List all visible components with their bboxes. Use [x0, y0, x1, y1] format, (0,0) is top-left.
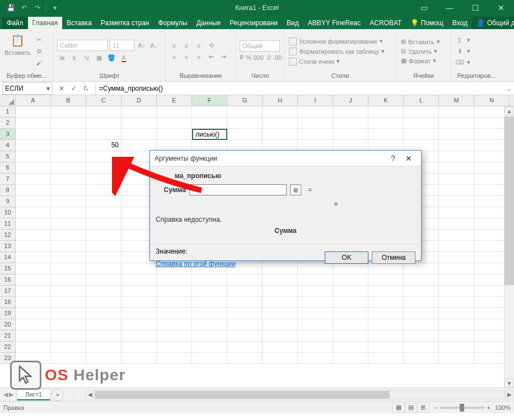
- cell[interactable]: [192, 297, 227, 308]
- cell[interactable]: [51, 162, 86, 174]
- copy-icon[interactable]: ⧉: [34, 46, 44, 57]
- cell[interactable]: [122, 342, 157, 353]
- cell[interactable]: [439, 174, 474, 185]
- align-bottom-icon[interactable]: ≡: [194, 41, 204, 51]
- cell[interactable]: [404, 140, 439, 151]
- tab-view[interactable]: Вид: [282, 17, 303, 29]
- add-sheet-button[interactable]: +: [52, 389, 64, 401]
- cell[interactable]: [439, 162, 474, 174]
- cell[interactable]: [86, 274, 122, 286]
- cell[interactable]: [333, 342, 368, 353]
- bold-button[interactable]: Ж: [57, 53, 67, 63]
- cell[interactable]: [86, 342, 122, 353]
- font-color-icon[interactable]: A: [119, 53, 129, 63]
- signin-link[interactable]: Вход: [448, 17, 472, 29]
- insert-function-icon[interactable]: fₓ: [81, 83, 92, 94]
- row-header[interactable]: 1: [0, 106, 16, 118]
- cell[interactable]: [404, 342, 439, 353]
- cell[interactable]: [86, 174, 122, 185]
- cell[interactable]: [16, 185, 51, 196]
- cell[interactable]: [86, 196, 122, 207]
- font-name-combo[interactable]: Calibri: [57, 40, 108, 51]
- cell[interactable]: [157, 353, 192, 364]
- tab-tell-me[interactable]: 💡 Помощ: [406, 17, 447, 29]
- cell[interactable]: [263, 308, 298, 319]
- row-header[interactable]: 12: [0, 230, 16, 241]
- cell[interactable]: [298, 118, 333, 129]
- currency-icon[interactable]: ₽: [240, 53, 244, 63]
- cell[interactable]: [122, 308, 157, 319]
- tab-file[interactable]: Файл: [2, 17, 28, 29]
- cell[interactable]: [51, 207, 86, 218]
- cell[interactable]: [86, 129, 122, 140]
- row-header[interactable]: 11: [0, 218, 16, 230]
- ok-button[interactable]: OK: [325, 251, 368, 264]
- cell[interactable]: [333, 140, 368, 151]
- cell[interactable]: 50: [86, 140, 122, 151]
- cell[interactable]: [16, 151, 51, 162]
- column-header[interactable]: M: [439, 95, 474, 106]
- column-header[interactable]: G: [227, 95, 263, 106]
- cell[interactable]: [122, 353, 157, 364]
- vscroll-thumb[interactable]: [504, 116, 514, 285]
- function-help-link[interactable]: Справка по этой функции: [156, 260, 236, 268]
- column-header[interactable]: L: [404, 95, 439, 106]
- cell[interactable]: [16, 308, 51, 319]
- tab-data[interactable]: Данные: [192, 17, 225, 29]
- cell[interactable]: [86, 218, 122, 230]
- cell[interactable]: [333, 274, 368, 286]
- cell[interactable]: [51, 308, 86, 319]
- cell[interactable]: [263, 274, 298, 286]
- cell[interactable]: [227, 106, 263, 118]
- ribbon-options-icon[interactable]: ▭: [411, 0, 437, 16]
- cell[interactable]: [227, 319, 263, 330]
- row-header[interactable]: 4: [0, 140, 16, 151]
- expand-formula-bar-icon[interactable]: ⌄: [504, 85, 514, 92]
- cell[interactable]: [192, 342, 227, 353]
- row-header[interactable]: 2: [0, 118, 16, 129]
- cell[interactable]: [333, 286, 368, 297]
- undo-icon[interactable]: ↶: [18, 2, 30, 14]
- cell[interactable]: [51, 286, 86, 297]
- cell[interactable]: [439, 286, 474, 297]
- cell[interactable]: [298, 274, 333, 286]
- cell[interactable]: [157, 342, 192, 353]
- row-header[interactable]: 21: [0, 330, 16, 342]
- cell[interactable]: [157, 106, 192, 118]
- cell[interactable]: [86, 297, 122, 308]
- cell[interactable]: [16, 207, 51, 218]
- cell[interactable]: [333, 308, 368, 319]
- cell[interactable]: [51, 230, 86, 241]
- cell[interactable]: [86, 353, 122, 364]
- formula-input[interactable]: =Сумма_прописью(): [95, 82, 504, 95]
- cell[interactable]: [157, 297, 192, 308]
- cell[interactable]: [122, 330, 157, 342]
- cell[interactable]: [16, 297, 51, 308]
- cell[interactable]: [51, 196, 86, 207]
- close-button[interactable]: ✕: [488, 0, 514, 16]
- cell[interactable]: [157, 330, 192, 342]
- cell[interactable]: [16, 330, 51, 342]
- cell[interactable]: [16, 218, 51, 230]
- minimize-button[interactable]: —: [437, 0, 462, 16]
- row-header[interactable]: 20: [0, 319, 16, 330]
- cell[interactable]: [86, 330, 122, 342]
- cell[interactable]: [16, 106, 51, 118]
- indent-dec-icon[interactable]: ⇤: [206, 52, 216, 62]
- cell[interactable]: [192, 286, 227, 297]
- cell[interactable]: [263, 319, 298, 330]
- conditional-formatting-button[interactable]: Условное форматирование ▾: [288, 37, 392, 46]
- sheet-nav-next-icon[interactable]: ▶: [9, 391, 13, 398]
- row-header[interactable]: 23: [0, 353, 16, 364]
- inc-decimal-icon[interactable]: .0: [266, 53, 271, 63]
- column-header[interactable]: I: [298, 95, 333, 106]
- row-header[interactable]: 10: [0, 207, 16, 218]
- cell[interactable]: [333, 297, 368, 308]
- cell[interactable]: [192, 106, 227, 118]
- cell[interactable]: [86, 241, 122, 252]
- cell[interactable]: [263, 342, 298, 353]
- cell[interactable]: [51, 106, 86, 118]
- cell[interactable]: [404, 330, 439, 342]
- number-format-combo[interactable]: Общий: [240, 40, 280, 52]
- cell[interactable]: [51, 140, 86, 151]
